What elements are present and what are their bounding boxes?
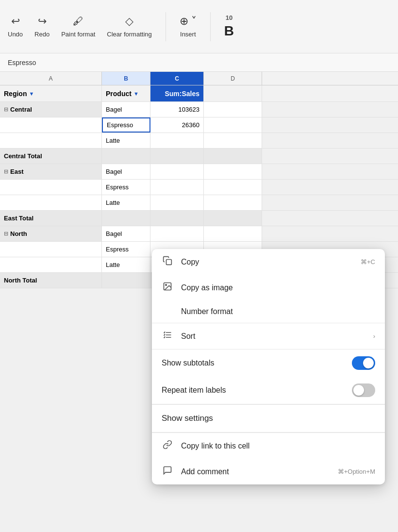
clear-formatting-icon: ◇: [125, 15, 133, 28]
cell-region-north: ⊟ North: [0, 226, 102, 241]
cell-north-total-b: [102, 273, 150, 288]
cell-east-total-c: [150, 211, 204, 226]
col-header-d: D: [204, 72, 262, 85]
breadcrumb: Espresso: [0, 53, 398, 72]
toolbar-divider: [166, 12, 166, 41]
copy-image-label: Copy as image: [181, 283, 375, 292]
region-filter-icon[interactable]: ▼: [29, 91, 34, 97]
header-product-text: Product: [106, 90, 132, 98]
show-subtotals-label: Show subtotals: [162, 359, 344, 367]
redo-label: Redo: [34, 31, 50, 38]
redo-icon: ↪: [38, 15, 47, 28]
cell-sales-espress-east[interactable]: [150, 180, 204, 195]
toolbar-divider-2: [210, 12, 211, 41]
redo-button[interactable]: ↪ Redo: [34, 15, 50, 38]
cell-sales-north-bagel[interactable]: [150, 226, 204, 241]
cell-d-north-1: [204, 226, 262, 241]
cell-sales-espresso[interactable]: 26360: [150, 117, 204, 133]
menu-item-number-format[interactable]: Number format: [152, 300, 385, 323]
cell-region-central: ⊟ Central: [0, 102, 102, 117]
product-filter-icon[interactable]: ▼: [133, 91, 139, 97]
cell-bagel-north[interactable]: Bagel: [102, 226, 150, 241]
col-header-a: A: [0, 72, 102, 85]
table-header-row: Region ▼ Product ▼ Sum:Sales: [0, 85, 398, 102]
sort-icon: [162, 330, 173, 342]
repeat-item-labels-toggle[interactable]: [352, 383, 375, 397]
collapse-icon-east[interactable]: ⊟: [4, 168, 8, 175]
toolbar: ↩ Undo ↪ Redo 🖋 Paint format ◇ Clear for…: [0, 0, 398, 53]
show-settings-label: Show settings: [162, 414, 375, 423]
menu-item-copy-link[interactable]: Copy link to this cell: [152, 433, 385, 459]
header-d: [204, 85, 262, 101]
column-headers: A B C D: [0, 72, 398, 85]
cell-espresso-selected[interactable]: Espresso: [102, 117, 150, 133]
cell-product-bagel-1[interactable]: Bagel: [102, 102, 150, 117]
table-row-east: ⊟ East Bagel: [0, 164, 398, 180]
table-row-east-total: East Total: [0, 211, 398, 226]
table-row-espresso: Espresso 26360: [0, 117, 398, 133]
collapse-icon-north[interactable]: ⊟: [4, 231, 8, 237]
cell-espress-east[interactable]: Espress: [102, 180, 150, 195]
cell-d-3: [204, 133, 262, 148]
show-subtotals-toggle[interactable]: [352, 356, 375, 370]
copy-shortcut: ⌘+C: [361, 258, 375, 266]
menu-item-sort[interactable]: Sort ›: [152, 323, 385, 349]
insert-label: Insert: [180, 31, 196, 38]
paint-format-label: Paint format: [61, 31, 95, 38]
cell-sales-latte-1[interactable]: [150, 133, 204, 148]
breadcrumb-text: Espresso: [8, 59, 36, 66]
paint-format-icon: 🖋: [73, 15, 83, 28]
cell-bagel-east[interactable]: Bagel: [102, 164, 150, 179]
toggle-thumb: [363, 358, 374, 368]
bold-button[interactable]: B: [224, 23, 234, 39]
add-comment-shortcut: ⌘+Option+M: [338, 468, 375, 475]
insert-icon: ⊕ ˅: [180, 15, 197, 28]
header-region-text: Region: [4, 90, 27, 98]
cell-east-total-b: [102, 211, 150, 226]
cell-region-empty-east-1: [0, 180, 102, 195]
cell-latte-east[interactable]: Latte: [102, 195, 150, 210]
cell-d-east-3: [204, 195, 262, 210]
sort-arrow-icon: ›: [373, 332, 375, 340]
header-sum-sales: Sum:Sales: [150, 85, 204, 101]
font-size[interactable]: 10: [226, 14, 232, 21]
context-menu: Copy ⌘+C Copy as image Number format Sor…: [152, 249, 385, 484]
paint-format-button[interactable]: 🖋 Paint format: [61, 15, 95, 38]
cell-central-total-c: [150, 149, 204, 164]
svg-rect-0: [166, 260, 172, 265]
sheet-container: A B C D Region ▼ Product ▼ Sum:Sales ⊟ C…: [0, 72, 398, 532]
cell-sales-1[interactable]: 103623: [150, 102, 204, 117]
undo-button[interactable]: ↩ Undo: [8, 15, 23, 38]
cell-north-label: North: [10, 230, 27, 237]
collapse-icon[interactable]: ⊟: [4, 106, 8, 113]
table-row-latte-1: Latte: [0, 133, 398, 149]
menu-item-show-subtotals[interactable]: Show subtotals: [152, 349, 385, 377]
undo-label: Undo: [8, 31, 23, 38]
cell-region-empty-north-2: [0, 257, 102, 272]
clear-formatting-button[interactable]: ◇ Clear formatting: [107, 15, 151, 38]
menu-item-copy[interactable]: Copy ⌘+C: [152, 249, 385, 275]
clear-formatting-label: Clear formatting: [107, 31, 151, 38]
cell-sales-east-bagel[interactable]: [150, 164, 204, 179]
copy-icon: [162, 256, 173, 268]
cell-region-east: ⊟ East: [0, 164, 102, 179]
insert-button[interactable]: ⊕ ˅ Insert: [180, 15, 197, 38]
table-row-espresso-east: Espress: [0, 180, 398, 195]
toggle-thumb-2: [353, 385, 364, 396]
menu-item-repeat-item-labels[interactable]: Repeat item labels: [152, 377, 385, 404]
sort-label: Sort: [181, 332, 365, 341]
cell-latte-north[interactable]: Latte: [102, 257, 150, 272]
add-comment-label: Add comment: [181, 467, 330, 476]
cell-d-east-1: [204, 164, 262, 179]
copy-image-icon: [162, 282, 173, 294]
cell-east-total: East Total: [0, 211, 102, 226]
menu-item-show-settings[interactable]: Show settings: [152, 404, 385, 432]
col-header-b: B: [102, 72, 150, 85]
header-product: Product ▼: [102, 85, 150, 101]
menu-item-copy-as-image[interactable]: Copy as image: [152, 275, 385, 300]
cell-latte-1[interactable]: Latte: [102, 133, 150, 148]
menu-item-add-comment[interactable]: Add comment ⌘+Option+M: [152, 459, 385, 484]
cell-sales-latte-east[interactable]: [150, 195, 204, 210]
table-row: ⊟ Central Bagel 103623: [0, 102, 398, 117]
cell-espress-north[interactable]: Espress: [102, 242, 150, 257]
